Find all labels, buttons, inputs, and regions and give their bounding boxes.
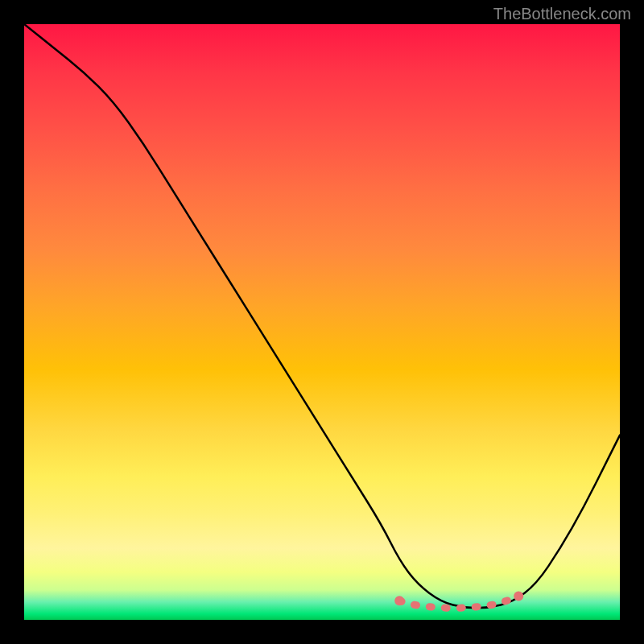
watermark-text: TheBottleneck.com xyxy=(493,5,631,23)
dot-end xyxy=(514,591,523,601)
chart-plot-area xyxy=(24,24,620,620)
chart-dots-svg xyxy=(24,24,620,620)
dotted-segment-group xyxy=(394,591,523,608)
dotted-segment-line xyxy=(399,596,518,608)
dot-start xyxy=(394,596,404,605)
